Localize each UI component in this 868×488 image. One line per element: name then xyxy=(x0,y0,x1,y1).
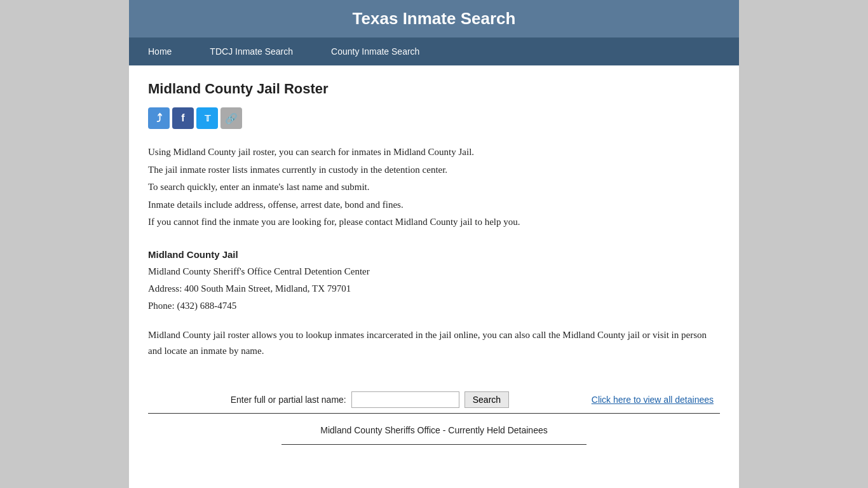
divider-top xyxy=(148,413,720,414)
main-content: Midland County Jail Roster ⤴ f 𝕋 🔗 Using… xyxy=(129,65,739,464)
social-share: ⤴ f 𝕋 🔗 xyxy=(148,107,720,129)
search-section: Enter full or partial last name: Search … xyxy=(148,385,720,451)
jail-line2: Address: 400 South Main Street, Midland,… xyxy=(148,280,720,297)
desc-line-2: The jail inmate roster lists inmates cur… xyxy=(148,162,720,179)
jail-line3: Phone: (432) 688-4745 xyxy=(148,297,720,315)
desc-line-3: To search quickly, enter an inmate's las… xyxy=(148,179,720,196)
search-input[interactable] xyxy=(351,391,459,408)
search-row: Enter full or partial last name: Search … xyxy=(148,391,720,408)
detainees-label: Midland County Sheriffs Office - Current… xyxy=(148,419,720,442)
search-label: Enter full or partial last name: xyxy=(231,395,346,405)
desc-line-4: Inmate details include address, offense,… xyxy=(148,197,720,214)
nav-home[interactable]: Home xyxy=(129,37,191,65)
facebook-button[interactable]: f xyxy=(172,107,194,129)
copy-link-button[interactable]: 🔗 xyxy=(220,107,242,129)
search-button[interactable]: Search xyxy=(465,391,509,408)
view-all-link[interactable]: Click here to view all detainees xyxy=(592,395,720,405)
description-block: Using Midland County jail roster, you ca… xyxy=(148,144,720,231)
main-nav: Home TDCJ Inmate Search County Inmate Se… xyxy=(129,37,739,65)
jail-line1: Midland County Sheriff's Office Central … xyxy=(148,263,720,280)
additional-desc: Midland County jail roster allows you to… xyxy=(148,327,720,360)
divider-bottom xyxy=(281,444,587,445)
twitter-button[interactable]: 𝕋 xyxy=(196,107,218,129)
desc-line-5: If you cannot find the inmate you are lo… xyxy=(148,214,720,231)
share-button[interactable]: ⤴ xyxy=(148,107,170,129)
nav-tdcj[interactable]: TDCJ Inmate Search xyxy=(191,37,312,65)
site-title: Texas Inmate Search xyxy=(142,9,726,29)
jail-title: Midland County Jail xyxy=(148,246,720,263)
site-header: Texas Inmate Search xyxy=(129,0,739,37)
page-title: Midland County Jail Roster xyxy=(148,81,720,97)
search-form: Enter full or partial last name: Search xyxy=(148,391,592,408)
nav-county[interactable]: County Inmate Search xyxy=(312,37,438,65)
jail-info: Midland County Jail Midland County Sheri… xyxy=(148,246,720,315)
desc-line-1: Using Midland County jail roster, you ca… xyxy=(148,144,720,161)
